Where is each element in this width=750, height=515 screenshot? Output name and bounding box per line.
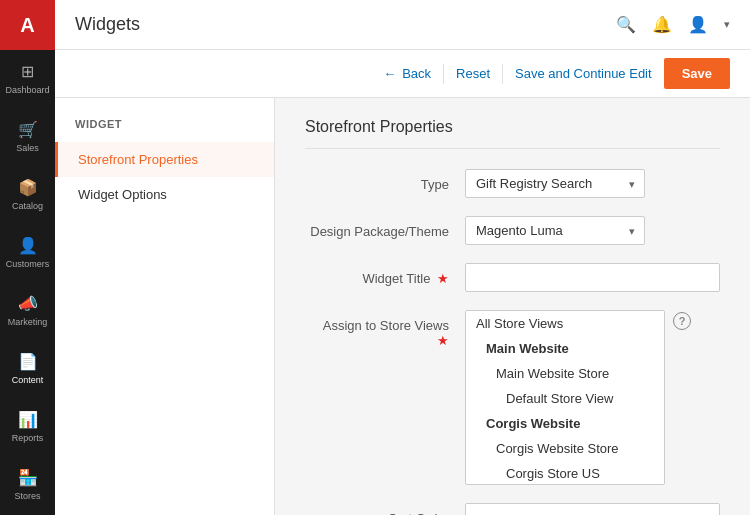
sidebar-item-label: Dashboard [5,85,49,96]
sidebar-item-stores[interactable]: 🏪 Stores [0,456,55,514]
form-row-sort-order: Sort Order Sort Order of widget instance… [305,503,720,515]
store-view-main-website-store[interactable]: Main Website Store [466,361,664,386]
store-views-control: All Store Views Main Website Main Websit… [465,310,720,485]
sidebar-item-label: Stores [14,491,40,502]
sidebar-item-label: Content [12,375,44,386]
divider [502,64,503,84]
main-content: Widgets 🔍 🔔 👤 ▾ ← Back Reset Save and Co… [55,0,750,515]
sidebar-item-marketing[interactable]: 📣 Marketing [0,282,55,340]
form-row-store-views: Assign to Store Views ★ All Store Views … [305,310,720,485]
help-icon[interactable]: ? [673,312,691,330]
left-panel: WIDGET Storefront Properties Widget Opti… [55,98,275,515]
section-title: Storefront Properties [305,118,720,149]
sidebar-item-content[interactable]: 📄 Content [0,340,55,398]
sidebar-item-label: Reports [12,433,44,444]
sidebar-item-sales[interactable]: 🛒 Sales [0,108,55,166]
sort-order-input[interactable] [465,503,720,515]
sort-order-label: Sort Order [305,503,465,515]
design-select[interactable]: Magento Luma [465,216,645,245]
action-bar: ← Back Reset Save and Continue Edit Save [55,50,750,98]
marketing-icon: 📣 [18,294,38,313]
chevron-down-icon[interactable]: ▾ [724,18,730,31]
type-control: Gift Registry Search [465,169,720,198]
page-body: WIDGET Storefront Properties Widget Opti… [55,98,750,515]
save-button[interactable]: Save [664,58,730,89]
widget-title-label: Widget Title ★ [305,263,465,286]
store-view-corgis-website[interactable]: Corgis Website [466,411,664,436]
design-select-wrap: Magento Luma [465,216,645,245]
logo-letter: A [20,14,34,37]
topbar-icons: 🔍 🔔 👤 ▾ [616,15,730,34]
assign-label: Assign to Store Views ★ [305,310,465,348]
sidebar-item-label: Marketing [8,317,48,328]
content-icon: 📄 [18,352,38,371]
form-row-design: Design Package/Theme Magento Luma [305,216,720,245]
store-view-corgis-us[interactable]: Corgis Store US [466,461,664,485]
sidebar-item-customers[interactable]: 👤 Customers [0,224,55,282]
stores-icon: 🏪 [18,468,38,487]
sidebar-item-label: Customers [6,259,50,270]
sales-icon: 🛒 [18,120,38,139]
right-panel: Storefront Properties Type Gift Registry… [275,98,750,515]
sidebar-item-label: Catalog [12,201,43,212]
page-title: Widgets [75,14,616,35]
design-control: Magento Luma [465,216,720,245]
reset-button[interactable]: Reset [456,66,490,81]
store-view-default[interactable]: Default Store View [466,386,664,411]
user-icon[interactable]: 👤 [688,15,708,34]
store-view-all[interactable]: All Store Views [466,311,664,336]
sidebar-item-catalog[interactable]: 📦 Catalog [0,166,55,224]
divider [443,64,444,84]
dashboard-icon: ⊞ [21,62,34,81]
reports-icon: 📊 [18,410,38,429]
nav-item-options[interactable]: Widget Options [55,177,274,212]
nav-item-storefront[interactable]: Storefront Properties [55,142,274,177]
store-views-wrap: All Store Views Main Website Main Websit… [465,310,720,485]
form-row-type: Type Gift Registry Search [305,169,720,198]
save-continue-button[interactable]: Save and Continue Edit [515,66,652,81]
sidebar-item-label: Sales [16,143,39,154]
catalog-icon: 📦 [18,178,38,197]
customers-icon: 👤 [18,236,38,255]
design-label: Design Package/Theme [305,216,465,239]
search-icon[interactable]: 🔍 [616,15,636,34]
bell-icon[interactable]: 🔔 [652,15,672,34]
back-label: Back [402,66,431,81]
required-marker: ★ [437,333,449,348]
store-view-corgis-website-store[interactable]: Corgis Website Store [466,436,664,461]
type-select[interactable]: Gift Registry Search [465,169,645,198]
left-panel-title: WIDGET [55,118,274,142]
widget-title-input[interactable] [465,263,720,292]
sidebar-logo[interactable]: A [0,0,55,50]
sidebar-item-reports[interactable]: 📊 Reports [0,398,55,456]
form-row-widget-title: Widget Title ★ [305,263,720,292]
store-views-list[interactable]: All Store Views Main Website Main Websit… [465,310,665,485]
sidebar: A ⊞ Dashboard 🛒 Sales 📦 Catalog 👤 Custom… [0,0,55,515]
required-marker: ★ [437,271,449,286]
sort-order-control: Sort Order of widget instances in the sa… [465,503,720,515]
type-select-wrap: Gift Registry Search [465,169,645,198]
store-view-main-website[interactable]: Main Website [466,336,664,361]
topbar: Widgets 🔍 🔔 👤 ▾ [55,0,750,50]
sidebar-item-dashboard[interactable]: ⊞ Dashboard [0,50,55,108]
widget-title-control [465,263,720,292]
type-label: Type [305,169,465,192]
arrow-left-icon: ← [383,66,396,81]
back-button[interactable]: ← Back [383,66,431,81]
